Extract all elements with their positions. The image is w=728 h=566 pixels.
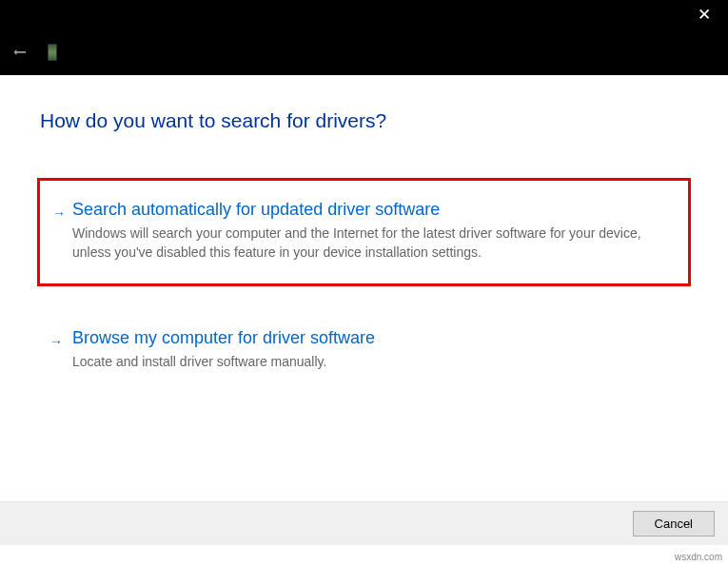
cancel-button[interactable]: Cancel (633, 511, 715, 537)
back-arrow-icon[interactable]: 🠔 (13, 45, 27, 60)
page-title: How do you want to search for drivers? (40, 109, 688, 132)
option-title: Search automatically for updated driver … (72, 200, 667, 220)
footer-bar: Cancel (0, 501, 728, 545)
content-area: How do you want to search for drivers? →… (0, 75, 728, 392)
option-description: Locate and install driver software manua… (72, 352, 667, 371)
option-title: Browse my computer for driver software (72, 328, 667, 348)
titlebar: ✕ (0, 0, 728, 29)
close-icon[interactable]: ✕ (698, 7, 711, 23)
nav-strip: 🠔 (0, 29, 728, 75)
option-search-automatically[interactable]: → Search automatically for updated drive… (37, 178, 691, 286)
watermark: wsxdn.com (675, 552, 722, 562)
device-icon (48, 44, 57, 61)
arrow-right-icon: → (49, 334, 63, 349)
option-description: Windows will search your computer and th… (72, 224, 667, 263)
spacer (40, 286, 688, 309)
option-browse-computer[interactable]: → Browse my computer for driver software… (40, 309, 688, 392)
arrow-right-icon: → (52, 205, 66, 221)
